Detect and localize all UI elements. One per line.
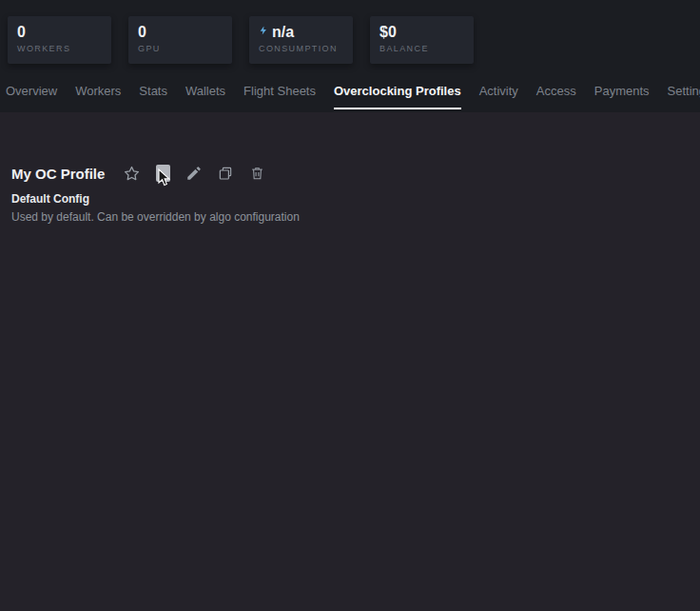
tab-flight-sheets[interactable]: Flight Sheets <box>243 84 316 109</box>
stat-card-balance: $0 BALANCE <box>370 16 474 64</box>
tab-stats[interactable]: Stats <box>139 84 167 109</box>
oc-profile-header: My OC Profile <box>11 164 266 183</box>
balance-value: $0 <box>379 23 464 41</box>
stat-card-gpu: 0 GPU <box>128 16 232 64</box>
tab-activity[interactable]: Activity <box>479 84 518 109</box>
trash-icon <box>249 165 265 182</box>
workers-value: 0 <box>17 23 102 41</box>
tab-overclocking-profiles[interactable]: Overclocking Profiles <box>334 84 461 109</box>
pencil-icon <box>185 165 203 182</box>
tab-workers[interactable]: Workers <box>75 84 121 109</box>
tab-overview[interactable]: Overview <box>6 84 57 109</box>
consumption-value: n/a <box>272 23 294 41</box>
balance-label: BALANCE <box>379 44 464 53</box>
gpu-label: GPU <box>138 44 223 53</box>
bolt-icon <box>259 23 268 41</box>
page: { "header": { "cards": [ { "value": "0",… <box>0 0 700 611</box>
hovered-square-icon <box>156 165 170 182</box>
config-name: Default Config <box>11 192 300 207</box>
gpu-value: 0 <box>138 23 223 41</box>
consumption-value-row: n/a <box>259 23 343 41</box>
profile-title: My OC Profile <box>11 166 105 182</box>
delete-button[interactable] <box>247 164 266 183</box>
stat-card-workers: 0 WORKERS <box>8 16 111 64</box>
duplicate-button[interactable] <box>216 164 235 183</box>
tab-access[interactable]: Access <box>536 84 576 109</box>
tab-settings[interactable]: Settings <box>668 84 700 109</box>
favorite-button[interactable] <box>122 164 141 183</box>
tab-payments[interactable]: Payments <box>594 84 650 109</box>
action-button-hovered[interactable] <box>153 164 172 183</box>
config-description: Used by default. Can be overridden by al… <box>11 210 300 224</box>
content-area: My OC Profile <box>0 112 700 611</box>
duplicate-icon <box>217 165 234 182</box>
stats-cards: 0 WORKERS 0 GPU n/a CONSUMPTION $0 BALAN… <box>8 16 474 64</box>
workers-label: WORKERS <box>17 44 102 53</box>
oc-profile-entry[interactable]: Default Config Used by default. Can be o… <box>11 192 300 224</box>
edit-button[interactable] <box>185 164 204 183</box>
tab-bar: Overview Workers Stats Wallets Flight Sh… <box>6 84 700 109</box>
dashboard-header: 0 WORKERS 0 GPU n/a CONSUMPTION $0 BALAN… <box>0 0 700 112</box>
star-icon <box>123 165 141 183</box>
stat-card-consumption: n/a CONSUMPTION <box>249 16 353 64</box>
tab-wallets[interactable]: Wallets <box>185 84 225 109</box>
consumption-label: CONSUMPTION <box>259 44 343 53</box>
